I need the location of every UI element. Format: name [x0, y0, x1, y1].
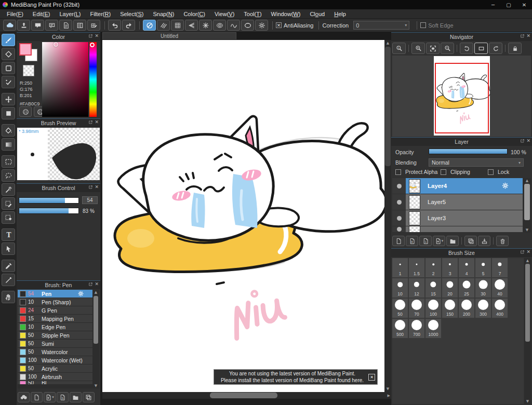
blending-dropdown[interactable]: Normal ▾ — [429, 158, 524, 167]
menu-filef[interactable]: File(F) — [2, 10, 28, 18]
brush-item[interactable]: 100Watercolor (Wet) — [18, 356, 92, 365]
menu-colorc[interactable]: Color(C) — [179, 10, 210, 18]
lock-checkbox[interactable]: Lock — [488, 169, 509, 175]
brush-size-cell[interactable]: 400 — [492, 299, 508, 318]
snap-grid-button[interactable] — [171, 20, 184, 31]
scrollbar-thumb[interactable] — [210, 393, 277, 398]
script-brush-button[interactable]: S — [57, 392, 69, 402]
navigator-viewport-frame[interactable] — [435, 63, 489, 133]
rotate-reset-button[interactable] — [474, 43, 488, 54]
brush-settings-gear-icon[interactable] — [77, 290, 84, 297]
brush-item[interactable]: 54Pen — [18, 290, 92, 298]
zoom-out-button[interactable] — [441, 43, 454, 54]
canvas-vertical-scrollbar[interactable]: ▲ ▼ — [384, 40, 391, 392]
clipping-checkbox[interactable]: Clipping — [441, 169, 470, 175]
bucket-tool[interactable] — [2, 124, 15, 137]
scrollbar-thumb[interactable] — [525, 264, 530, 342]
scroll-up-icon[interactable]: ▲ — [384, 40, 391, 46]
layer-visibility-toggle[interactable] — [392, 226, 406, 232]
brush-item[interactable]: 50Sumi — [18, 340, 92, 348]
soft-edge-checkbox[interactable] — [420, 22, 426, 28]
antialiasing-checkbox[interactable]: ✕ — [276, 22, 282, 28]
publish-button[interactable] — [17, 20, 30, 31]
scroll-down-icon[interactable]: ▼ — [523, 227, 531, 233]
rotate-ccw-button[interactable] — [460, 43, 473, 54]
brush-opacity-slider[interactable] — [19, 208, 79, 214]
cloud-button[interactable] — [3, 20, 16, 31]
hue-cursor[interactable] — [90, 43, 95, 47]
protect-alpha-checkbox[interactable]: Protect Alpha — [395, 169, 437, 175]
brush-size-cell[interactable]: 7 — [492, 258, 508, 278]
canvas-horizontal-scrollbar[interactable]: ◀ ▶ — [102, 392, 391, 399]
transparent-color-swatch[interactable] — [23, 65, 34, 76]
brush-size-cell[interactable]: 700 — [409, 319, 425, 339]
brush-folder-button[interactable] — [70, 392, 82, 402]
dot-tool[interactable] — [2, 76, 15, 88]
snap-ellipse-button[interactable] — [241, 20, 254, 31]
menu-selects[interactable]: Select(S) — [115, 10, 148, 18]
snap-parallel-button[interactable] — [157, 20, 170, 31]
brush-size-value[interactable]: 54 — [82, 196, 98, 204]
popout-icon[interactable] — [88, 184, 93, 190]
redo-button[interactable] — [122, 20, 135, 31]
palette-button[interactable] — [19, 106, 32, 117]
layer-visibility-toggle[interactable] — [392, 178, 406, 194]
brush-size-cell[interactable]: 4 — [459, 258, 475, 278]
menu-layerl[interactable]: Layer(L) — [55, 10, 85, 18]
zoom-actual-button[interactable]: 1 — [392, 43, 406, 54]
duplicate-layer-button[interactable] — [464, 236, 477, 246]
brush-tool[interactable] — [2, 34, 15, 46]
brush-item[interactable]: 10Edge Pen — [18, 323, 92, 331]
brush-item[interactable]: 50Watercolor — [18, 348, 92, 356]
brush-size-cell[interactable]: 30 — [475, 278, 491, 298]
close-icon[interactable]: ✕ — [95, 281, 99, 287]
duplicate-brush-button[interactable] — [83, 392, 95, 402]
menu-filterr[interactable]: Filter(R) — [85, 10, 115, 18]
message-button[interactable] — [45, 20, 58, 31]
brush-size-cell[interactable]: 5 — [475, 258, 491, 278]
scroll-right-icon[interactable]: ▶ — [388, 393, 390, 398]
menu-snapn[interactable]: Snap(N) — [148, 10, 179, 18]
layer-opacity-slider[interactable] — [429, 148, 508, 154]
brush-size-cell[interactable]: 100 — [425, 299, 442, 318]
new-8bit-layer-button[interactable]: 8 — [406, 236, 418, 246]
merge-layer-button[interactable] — [478, 236, 490, 246]
scrollbar-thumb[interactable] — [94, 296, 98, 344]
new-folder-button[interactable] — [446, 236, 459, 246]
brush-size-scrollbar[interactable]: ▲ ▼ — [524, 258, 531, 404]
select-eraser-tool[interactable] — [2, 211, 15, 224]
scroll-up-icon[interactable]: ▲ — [524, 258, 531, 263]
brush-size-cell[interactable]: 70 — [409, 299, 425, 318]
brush-size-cell[interactable]: 500 — [392, 319, 408, 339]
close-button[interactable]: ✕ — [516, 0, 532, 9]
layer-row[interactable]: Layer3 — [392, 210, 523, 226]
brush-size-cell[interactable]: 25 — [459, 278, 475, 298]
close-icon[interactable]: ✕ — [526, 249, 530, 254]
layer-row[interactable]: Layer5 — [392, 194, 523, 210]
close-icon[interactable]: ✕ — [526, 33, 530, 38]
new-brush-button[interactable] — [31, 392, 43, 402]
close-icon[interactable]: ✕ — [526, 138, 530, 143]
layer-visibility-toggle[interactable] — [392, 210, 406, 226]
brush-list-scrollbar[interactable]: ▲ ▼ — [92, 290, 99, 388]
fill-figure-tool[interactable] — [2, 107, 15, 119]
brush-size-cell[interactable]: 50 — [392, 299, 408, 318]
cloud-brush-button[interactable] — [18, 392, 30, 402]
eyedropper-tool[interactable] — [2, 260, 15, 272]
brush-item[interactable]: 24G Pen — [18, 306, 92, 315]
comment-button[interactable] — [31, 20, 44, 31]
brush-size-cell[interactable]: 15 — [425, 278, 442, 298]
layer-row[interactable] — [392, 226, 523, 233]
text-tool[interactable]: T — [2, 228, 15, 241]
brush-size-cell[interactable]: 2 — [425, 258, 442, 278]
new-1bit-layer-button[interactable]: 1 — [419, 236, 432, 246]
correction-dropdown[interactable]: 0 ▾ — [353, 21, 409, 30]
snap-off-button[interactable] — [143, 20, 156, 31]
select-tool[interactable] — [2, 155, 15, 168]
undo-button[interactable] — [108, 20, 121, 31]
scrollbar-thumb[interactable] — [524, 184, 530, 220]
layer-settings-gear-icon[interactable] — [501, 182, 509, 190]
hand-tool[interactable] — [2, 291, 15, 303]
document-button[interactable] — [59, 20, 72, 31]
brush-size-cell[interactable]: 1000 — [425, 319, 442, 339]
